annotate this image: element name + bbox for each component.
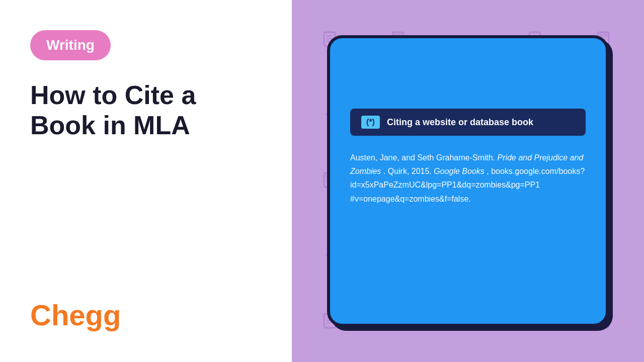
svg-rect-14 xyxy=(600,34,607,36)
writing-badge: Writing xyxy=(30,30,111,60)
asterisk-badge: (*) xyxy=(361,116,380,129)
citation-after-title: . Quirk, 2015. xyxy=(383,167,432,175)
tablet-card: (*) Citing a website or database book Au… xyxy=(327,35,609,327)
left-content: Writing How to Cite a Book in MLA xyxy=(30,30,262,141)
citation-header: (*) Citing a website or database book xyxy=(350,109,586,136)
citation-header-title: Citing a website or database book xyxy=(387,117,533,128)
citation-body: Austen, Jane, and Seth Grahame-Smith. Pr… xyxy=(350,151,586,206)
left-panel: Writing How to Cite a Book in MLA Chegg xyxy=(0,0,292,362)
citation-authors: Austen, Jane, and Seth Grahame-Smith. xyxy=(350,153,495,162)
citation-source: Google Books xyxy=(434,167,485,175)
main-title: How to Cite a Book in MLA xyxy=(30,80,262,141)
right-panel: (*) Citing a website or database book Au… xyxy=(292,0,644,362)
chegg-logo: Chegg xyxy=(30,298,262,332)
